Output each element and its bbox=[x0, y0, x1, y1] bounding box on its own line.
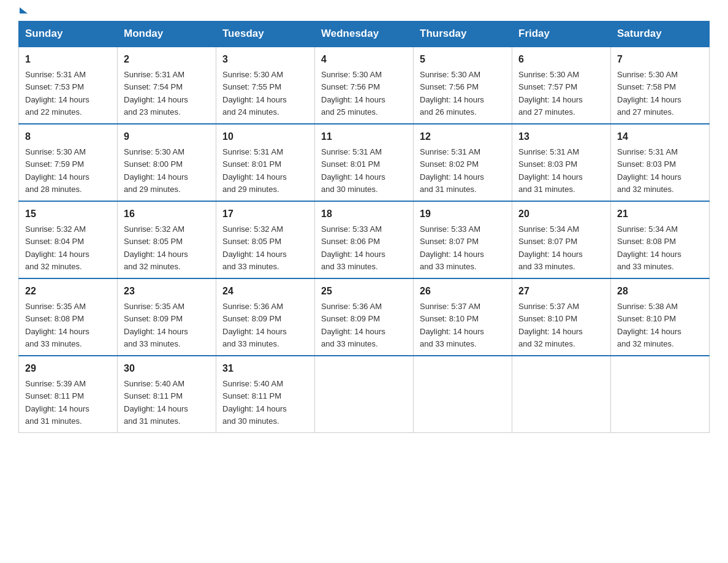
day-number: 9 bbox=[124, 129, 210, 144]
day-number: 5 bbox=[420, 52, 506, 67]
day-info: Sunrise: 5:31 AMSunset: 8:03 PMDaylight:… bbox=[617, 147, 681, 194]
calendar-cell: 13 Sunrise: 5:31 AMSunset: 8:03 PMDaylig… bbox=[512, 124, 611, 201]
weekday-header-sunday: Sunday bbox=[19, 21, 118, 47]
day-info: Sunrise: 5:40 AMSunset: 8:11 PMDaylight:… bbox=[124, 379, 188, 426]
calendar-cell: 17 Sunrise: 5:32 AMSunset: 8:05 PMDaylig… bbox=[216, 201, 315, 278]
calendar-cell: 20 Sunrise: 5:34 AMSunset: 8:07 PMDaylig… bbox=[512, 201, 611, 278]
day-number: 18 bbox=[321, 207, 407, 221]
day-number: 21 bbox=[617, 207, 703, 221]
page-header bbox=[18, 12, 710, 15]
calendar-cell: 19 Sunrise: 5:33 AMSunset: 8:07 PMDaylig… bbox=[414, 201, 512, 278]
day-number: 24 bbox=[222, 284, 308, 299]
day-info: Sunrise: 5:31 AMSunset: 7:53 PMDaylight:… bbox=[25, 70, 89, 117]
day-number: 7 bbox=[617, 52, 703, 67]
day-info: Sunrise: 5:35 AMSunset: 8:08 PMDaylight:… bbox=[25, 302, 89, 348]
day-number: 8 bbox=[25, 129, 111, 144]
day-info: Sunrise: 5:33 AMSunset: 8:07 PMDaylight:… bbox=[420, 224, 484, 271]
day-number: 30 bbox=[124, 361, 210, 376]
day-number: 2 bbox=[124, 52, 210, 67]
calendar-cell: 24 Sunrise: 5:36 AMSunset: 8:09 PMDaylig… bbox=[216, 278, 315, 356]
calendar-week-row: 15 Sunrise: 5:32 AMSunset: 8:04 PMDaylig… bbox=[19, 201, 710, 278]
day-info: Sunrise: 5:31 AMSunset: 8:01 PMDaylight:… bbox=[321, 147, 385, 194]
calendar-cell: 1 Sunrise: 5:31 AMSunset: 7:53 PMDayligh… bbox=[19, 47, 118, 124]
weekday-header-friday: Friday bbox=[512, 21, 611, 47]
calendar-cell: 3 Sunrise: 5:30 AMSunset: 7:55 PMDayligh… bbox=[216, 47, 315, 124]
calendar-cell: 28 Sunrise: 5:38 AMSunset: 8:10 PMDaylig… bbox=[611, 278, 710, 356]
day-info: Sunrise: 5:31 AMSunset: 8:01 PMDaylight:… bbox=[222, 147, 287, 194]
day-info: Sunrise: 5:32 AMSunset: 8:04 PMDaylight:… bbox=[25, 224, 89, 271]
calendar-cell: 6 Sunrise: 5:30 AMSunset: 7:57 PMDayligh… bbox=[512, 47, 611, 124]
weekday-header-wednesday: Wednesday bbox=[315, 21, 414, 47]
calendar-week-row: 8 Sunrise: 5:30 AMSunset: 7:59 PMDayligh… bbox=[19, 124, 710, 201]
weekday-header-monday: Monday bbox=[118, 21, 216, 47]
day-number: 6 bbox=[518, 52, 604, 67]
calendar-table: SundayMondayTuesdayWednesdayThursdayFrid… bbox=[18, 21, 710, 433]
day-info: Sunrise: 5:34 AMSunset: 8:08 PMDaylight:… bbox=[617, 224, 681, 271]
day-number: 27 bbox=[518, 284, 604, 299]
day-number: 11 bbox=[321, 129, 407, 144]
day-info: Sunrise: 5:30 AMSunset: 7:59 PMDaylight:… bbox=[25, 147, 89, 194]
calendar-cell: 30 Sunrise: 5:40 AMSunset: 8:11 PMDaylig… bbox=[118, 356, 216, 433]
calendar-cell: 4 Sunrise: 5:30 AMSunset: 7:56 PMDayligh… bbox=[315, 47, 414, 124]
day-number: 23 bbox=[124, 284, 210, 299]
day-info: Sunrise: 5:30 AMSunset: 8:00 PMDaylight:… bbox=[124, 147, 188, 194]
calendar-cell: 18 Sunrise: 5:33 AMSunset: 8:06 PMDaylig… bbox=[315, 201, 414, 278]
day-info: Sunrise: 5:31 AMSunset: 8:03 PMDaylight:… bbox=[518, 147, 583, 194]
day-number: 19 bbox=[420, 207, 506, 221]
calendar-cell: 16 Sunrise: 5:32 AMSunset: 8:05 PMDaylig… bbox=[118, 201, 216, 278]
day-info: Sunrise: 5:31 AMSunset: 7:54 PMDaylight:… bbox=[124, 70, 188, 117]
weekday-header-row: SundayMondayTuesdayWednesdayThursdayFrid… bbox=[19, 21, 710, 47]
day-number: 31 bbox=[222, 361, 308, 376]
day-info: Sunrise: 5:30 AMSunset: 7:55 PMDaylight:… bbox=[222, 70, 287, 117]
calendar-cell: 21 Sunrise: 5:34 AMSunset: 8:08 PMDaylig… bbox=[611, 201, 710, 278]
calendar-cell: 8 Sunrise: 5:30 AMSunset: 7:59 PMDayligh… bbox=[19, 124, 118, 201]
day-info: Sunrise: 5:32 AMSunset: 8:05 PMDaylight:… bbox=[222, 224, 287, 271]
calendar-cell: 5 Sunrise: 5:30 AMSunset: 7:56 PMDayligh… bbox=[414, 47, 512, 124]
day-number: 29 bbox=[25, 361, 111, 376]
calendar-cell: 29 Sunrise: 5:39 AMSunset: 8:11 PMDaylig… bbox=[19, 356, 118, 433]
calendar-cell: 22 Sunrise: 5:35 AMSunset: 8:08 PMDaylig… bbox=[19, 278, 118, 356]
day-info: Sunrise: 5:30 AMSunset: 7:58 PMDaylight:… bbox=[617, 70, 681, 117]
day-number: 13 bbox=[518, 129, 604, 144]
calendar-cell: 12 Sunrise: 5:31 AMSunset: 8:02 PMDaylig… bbox=[414, 124, 512, 201]
day-info: Sunrise: 5:37 AMSunset: 8:10 PMDaylight:… bbox=[518, 302, 583, 348]
day-info: Sunrise: 5:30 AMSunset: 7:57 PMDaylight:… bbox=[518, 70, 583, 117]
calendar-cell: 10 Sunrise: 5:31 AMSunset: 8:01 PMDaylig… bbox=[216, 124, 315, 201]
weekday-header-saturday: Saturday bbox=[611, 21, 710, 47]
weekday-header-thursday: Thursday bbox=[414, 21, 512, 47]
day-number: 10 bbox=[222, 129, 308, 144]
day-number: 28 bbox=[617, 284, 703, 299]
day-number: 14 bbox=[617, 129, 703, 144]
day-number: 25 bbox=[321, 284, 407, 299]
day-info: Sunrise: 5:32 AMSunset: 8:05 PMDaylight:… bbox=[124, 224, 188, 271]
calendar-week-row: 22 Sunrise: 5:35 AMSunset: 8:08 PMDaylig… bbox=[19, 278, 710, 356]
calendar-week-row: 29 Sunrise: 5:39 AMSunset: 8:11 PMDaylig… bbox=[19, 356, 710, 433]
calendar-cell: 27 Sunrise: 5:37 AMSunset: 8:10 PMDaylig… bbox=[512, 278, 611, 356]
calendar-cell bbox=[414, 356, 512, 433]
calendar-cell: 25 Sunrise: 5:36 AMSunset: 8:09 PMDaylig… bbox=[315, 278, 414, 356]
day-info: Sunrise: 5:30 AMSunset: 7:56 PMDaylight:… bbox=[321, 70, 385, 117]
day-number: 16 bbox=[124, 207, 210, 221]
day-number: 4 bbox=[321, 52, 407, 67]
calendar-week-row: 1 Sunrise: 5:31 AMSunset: 7:53 PMDayligh… bbox=[19, 47, 710, 124]
day-info: Sunrise: 5:38 AMSunset: 8:10 PMDaylight:… bbox=[617, 302, 681, 348]
day-number: 15 bbox=[25, 207, 111, 221]
weekday-header-tuesday: Tuesday bbox=[216, 21, 315, 47]
calendar-cell: 15 Sunrise: 5:32 AMSunset: 8:04 PMDaylig… bbox=[19, 201, 118, 278]
calendar-cell bbox=[512, 356, 611, 433]
day-info: Sunrise: 5:36 AMSunset: 8:09 PMDaylight:… bbox=[222, 302, 287, 348]
day-info: Sunrise: 5:36 AMSunset: 8:09 PMDaylight:… bbox=[321, 302, 385, 348]
day-info: Sunrise: 5:37 AMSunset: 8:10 PMDaylight:… bbox=[420, 302, 484, 348]
day-number: 20 bbox=[518, 207, 604, 221]
day-info: Sunrise: 5:30 AMSunset: 7:56 PMDaylight:… bbox=[420, 70, 484, 117]
calendar-cell: 9 Sunrise: 5:30 AMSunset: 8:00 PMDayligh… bbox=[118, 124, 216, 201]
calendar-cell: 23 Sunrise: 5:35 AMSunset: 8:09 PMDaylig… bbox=[118, 278, 216, 356]
day-info: Sunrise: 5:33 AMSunset: 8:06 PMDaylight:… bbox=[321, 224, 385, 271]
day-info: Sunrise: 5:35 AMSunset: 8:09 PMDaylight:… bbox=[124, 302, 188, 348]
day-info: Sunrise: 5:39 AMSunset: 8:11 PMDaylight:… bbox=[25, 379, 89, 426]
day-number: 26 bbox=[420, 284, 506, 299]
calendar-cell: 11 Sunrise: 5:31 AMSunset: 8:01 PMDaylig… bbox=[315, 124, 414, 201]
calendar-cell bbox=[611, 356, 710, 433]
calendar-cell: 31 Sunrise: 5:40 AMSunset: 8:11 PMDaylig… bbox=[216, 356, 315, 433]
day-number: 12 bbox=[420, 129, 506, 144]
